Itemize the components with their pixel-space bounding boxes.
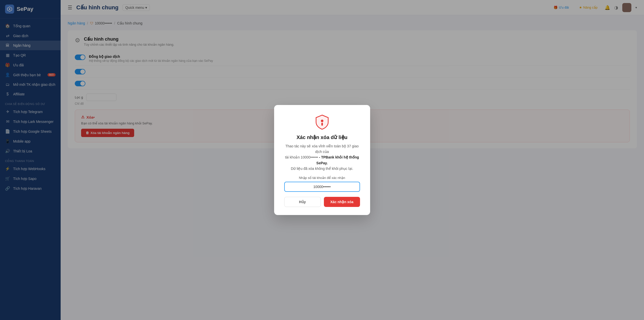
modal-title: Xác nhận xóa dữ liệu bbox=[297, 134, 347, 140]
svg-point-2 bbox=[321, 120, 323, 122]
modal-body: Thao tác này sẽ xóa vĩnh viễn toàn bộ 37… bbox=[284, 143, 360, 172]
modal-cancel-button[interactable]: Hủy bbox=[284, 197, 321, 207]
modal-body-line1: Thao tác này sẽ xóa vĩnh viễn toàn bộ 37… bbox=[285, 144, 359, 154]
modal-overlay[interactable]: Xác nhận xóa dữ liệu Thao tác này sẽ xóa… bbox=[0, 0, 644, 320]
modal-body-line2: tài khoản 10000•••••• bbox=[285, 155, 318, 159]
svg-rect-3 bbox=[321, 123, 323, 126]
account-confirm-input[interactable] bbox=[284, 182, 360, 192]
modal-shield-icon bbox=[314, 114, 330, 130]
modal-body-line3: - TPBank khỏi hệ thống SePay. bbox=[316, 155, 359, 165]
confirm-delete-modal: Xác nhận xóa dữ liệu Thao tác này sẽ xóa… bbox=[274, 105, 370, 215]
modal-body-line4: Dữ liệu đã xóa không thể khôi phục lại. bbox=[291, 167, 353, 171]
modal-actions: Hủy Xác nhận xóa bbox=[284, 197, 360, 207]
modal-input-label: Nhập số tài khoản để xác nhận bbox=[284, 176, 360, 180]
modal-confirm-button[interactable]: Xác nhận xóa bbox=[324, 197, 360, 207]
